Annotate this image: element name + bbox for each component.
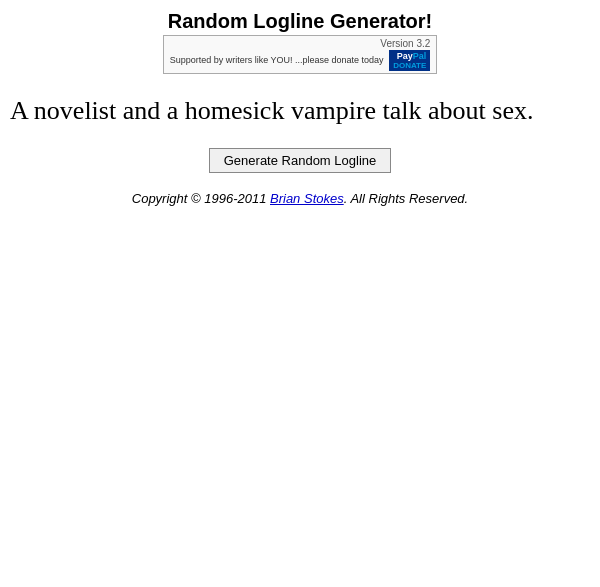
author-link[interactable]: Brian Stokes: [270, 191, 344, 206]
page-title: Random Logline Generator!: [0, 10, 600, 33]
header: Random Logline Generator! Version 3.2 Su…: [0, 0, 600, 74]
donate-label: DONATE: [393, 61, 426, 70]
copyright-text: Copyright © 1996-2011: [132, 191, 270, 206]
copyright-section: Copyright © 1996-2011 Brian Stokes. All …: [0, 191, 600, 206]
logline-text: A novelist and a homesick vampire talk a…: [10, 94, 590, 128]
support-text: Supported by writers like YOU! ...please…: [170, 55, 431, 65]
generate-button[interactable]: Generate Random Logline: [209, 148, 392, 173]
button-container: Generate Random Logline: [0, 148, 600, 173]
version-text: Version 3.2: [170, 38, 431, 49]
rights-text: . All Rights Reserved.: [344, 191, 469, 206]
paypal-badge: PayPal DONATE: [389, 50, 430, 71]
version-paypal-box: Version 3.2 Supported by writers like YO…: [163, 35, 438, 74]
